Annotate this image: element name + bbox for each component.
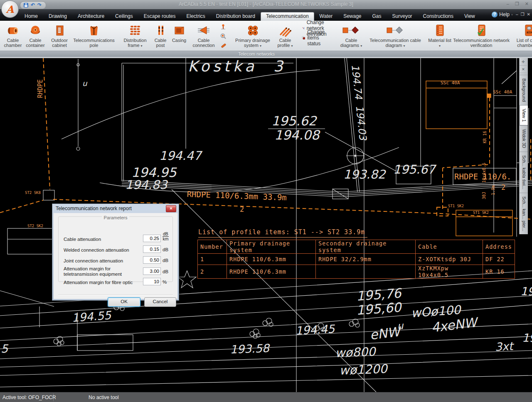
view-tab-sch-kabla[interactable]: Sch... kabla świ... [520, 152, 528, 193]
list-of-cable-chambers-icon: RTF [522, 23, 532, 38]
connection-point-icon [220, 24, 227, 30]
joint-attenuation-unit: dB [163, 258, 168, 263]
primary-drainage-system-button[interactable]: Primary drainage system ▾ [231, 22, 274, 48]
window-title: ArCADia 5.5 EN - test EN [L01] - [ArCADi… [0, 1, 532, 7]
cable-profile-icon [278, 23, 292, 38]
draw-cable-button[interactable] [219, 41, 227, 49]
chevron-down-icon: ▾ [360, 44, 362, 48]
chevron-down-icon: ▾ [403, 44, 405, 48]
tab-constructions[interactable]: Constructions [418, 12, 459, 21]
status-bar: Active tool: OFO_FOCR No active tool [0, 392, 532, 402]
cable-pencil-icon [220, 42, 227, 49]
cable-profile-button[interactable]: Cable profile ▾ [274, 22, 296, 48]
casing-icon [172, 23, 186, 38]
cable-diagrams-button[interactable]: Cable diagrams ▾ [336, 22, 366, 48]
distribution-frame-icon [128, 23, 142, 38]
tab-gas[interactable]: Gas [367, 12, 387, 21]
list-of-cable-chambers-button[interactable]: RTF List of cable chambers ▾ [511, 22, 532, 48]
material-list-icon [433, 23, 446, 38]
cable-post-icon [154, 23, 167, 38]
chevron-down-icon: ▾ [439, 44, 441, 48]
welded-attenuation-unit: dB [163, 247, 168, 252]
network-verification-icon [475, 23, 488, 38]
close-icon[interactable]: ✕ [525, 1, 529, 7]
change-items-status-button[interactable]: Change items status [299, 33, 333, 42]
distribution-frame-button[interactable]: Distribution frame ▾ [119, 22, 151, 48]
svg-text:RTF: RTF [527, 31, 532, 34]
mdi-close-icon[interactable]: ✕ [527, 12, 530, 17]
ribbon-tab-row: Home Drawing Architecture Ceilings Escap… [0, 9, 532, 21]
application-button[interactable]: A [1, 0, 19, 18]
save-icon[interactable] [24, 3, 28, 7]
outdoor-cabinet-button[interactable]: Outdoor cabinet [47, 22, 72, 48]
material-list-button[interactable]: Material list ▾ [428, 22, 452, 48]
tab-drawing[interactable]: Drawing [43, 12, 72, 21]
magnifier-icon [220, 33, 227, 39]
mdi-restore-icon[interactable]: ❐ [521, 12, 525, 17]
cable-connection-button[interactable]: Cable connection [189, 22, 219, 48]
telecommunications-pole-button[interactable]: Telecommunications pole [72, 22, 116, 48]
tab-ceilings[interactable]: Ceilings [110, 12, 138, 21]
ok-button[interactable]: OK [108, 297, 140, 307]
change-elevation-icon [302, 25, 305, 32]
connection-point-button[interactable] [219, 23, 227, 31]
dialog-title: Telecommunication network report [52, 204, 179, 213]
telecommunication-cable-diagram-button[interactable]: Telecommunication cable diagram ▾ [366, 22, 424, 48]
telecommunication-cable-diagram-icon [386, 23, 404, 38]
welded-attenuation-label: Welded connection attenuation [64, 248, 135, 253]
help-menu[interactable]: ? Help ▾ [492, 12, 513, 17]
primary-drainage-system-icon [246, 23, 259, 38]
change-status-icon [302, 34, 305, 41]
view-tab-sch-kan[interactable]: Sch... kan... pier... [520, 193, 528, 235]
cable-chamber-button[interactable]: Cable chamber [2, 22, 24, 48]
tab-home[interactable]: Home [19, 12, 43, 21]
title-bar: ArCADia 5.5 EN - test EN [L01] - [ArCADi… [0, 0, 532, 9]
status-message: No active tool [89, 395, 119, 400]
dialog-close-icon[interactable]: ✕ [166, 205, 176, 212]
view-tab-strip: ✛ ✕ Background View 1 Widok 3D Sch... ka… [519, 58, 528, 234]
redo-icon[interactable]: ↷ [37, 2, 42, 8]
cable-post-button[interactable]: Cable post [151, 22, 170, 48]
zoom-connection-button[interactable] [219, 32, 227, 40]
undo-icon[interactable]: ↶ [31, 2, 35, 8]
chevron-down-icon: ▾ [141, 44, 143, 48]
mdi-minimize-icon[interactable]: – [516, 12, 518, 17]
teletransmission-margin-label: Attenuation margin for teletransmission … [64, 266, 135, 277]
telecommunications-pole-icon [87, 23, 101, 38]
cancel-button[interactable]: Cancel [144, 297, 176, 307]
dock-move-icon[interactable]: ✛ [520, 58, 527, 66]
view-tab-background[interactable]: Background [520, 75, 528, 105]
cable-container-icon [29, 23, 42, 38]
arcadia-logo-icon: A [6, 3, 14, 15]
tab-sewage[interactable]: Sewage [338, 12, 367, 21]
tab-escape-routes[interactable]: Escape routes [138, 12, 181, 21]
telecommunication-network-verification-button[interactable]: Telecommunication network verification [452, 22, 511, 48]
chevron-down-icon: ▾ [291, 44, 293, 48]
cable-attenuation-label: Cable attenuation [64, 237, 135, 242]
tab-architecture[interactable]: Architecture [72, 12, 110, 21]
ribbon-group-label-band: Telecom networks [0, 51, 532, 57]
minimize-icon[interactable]: – [507, 1, 509, 7]
tab-electrics[interactable]: Electrics [181, 12, 210, 21]
group-label: Telecom networks [0, 51, 522, 56]
fibre-optic-margin-unit: % [163, 279, 167, 284]
dock-close-icon[interactable]: ✕ [520, 66, 527, 73]
cable-diagrams-icon [342, 23, 360, 38]
cable-container-button[interactable]: Cable container [24, 22, 47, 48]
casing-button[interactable]: Casing [170, 22, 189, 43]
restore-icon[interactable]: ❐ [515, 1, 519, 7]
tab-distribution-board[interactable]: Distribution board [211, 12, 261, 21]
welded-attenuation-input[interactable] [143, 245, 161, 253]
tab-telecommunication[interactable]: Telecommunication [261, 12, 314, 21]
fibre-optic-margin-input[interactable] [143, 278, 161, 285]
teletransmission-margin-input[interactable] [143, 267, 161, 275]
view-tab-view1[interactable]: View 1 [520, 105, 528, 125]
quick-access-toolbar: ↶ ↷ [20, 1, 46, 9]
active-tool-label: Active tool: OFO_FOCR [2, 395, 56, 400]
joint-attenuation-input[interactable] [143, 256, 161, 264]
view-tab-widok-3d[interactable]: Widok 3D [520, 125, 528, 152]
outdoor-cabinet-icon [53, 23, 66, 38]
cable-attenuation-input[interactable] [143, 235, 161, 242]
tab-surveyor[interactable]: Surveyor [387, 12, 418, 21]
tab-view[interactable]: View [459, 12, 480, 21]
